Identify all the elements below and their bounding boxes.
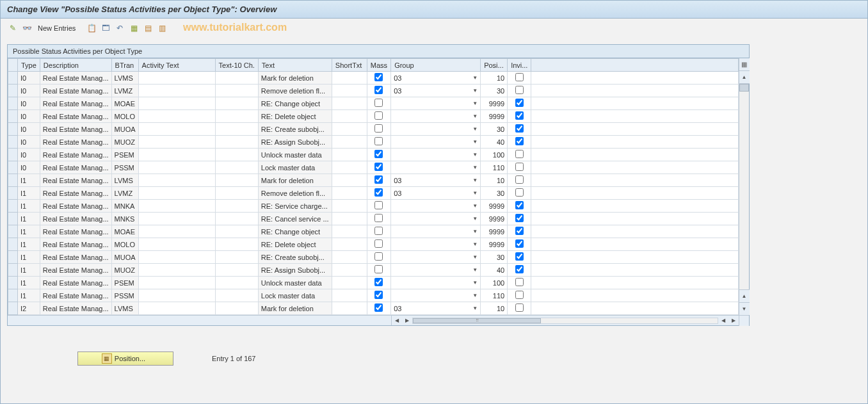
cell-activity-text[interactable]: [138, 213, 215, 225]
cell-group[interactable]: ▼: [391, 97, 481, 110]
mass-checkbox[interactable]: [374, 188, 383, 197]
cell-text10[interactable]: [215, 225, 258, 238]
cell-invi[interactable]: [508, 213, 531, 225]
mass-checkbox[interactable]: [374, 239, 383, 248]
col-header-mass[interactable]: Mass: [367, 59, 390, 72]
cell-posi[interactable]: 10: [481, 302, 508, 315]
cell-text10[interactable]: [215, 302, 258, 315]
cell-invi[interactable]: [508, 200, 531, 213]
row-selector[interactable]: [8, 149, 18, 161]
col-header-shorttxt[interactable]: ShortTxt: [332, 59, 367, 72]
cell-description[interactable]: Real Estate Manag...: [40, 277, 111, 289]
cell-type[interactable]: I0: [18, 85, 40, 97]
cell-btran[interactable]: MNKS: [111, 213, 138, 225]
mass-checkbox[interactable]: [374, 291, 383, 299]
cell-text10[interactable]: [215, 213, 258, 225]
col-header-posi[interactable]: Posi...: [481, 59, 508, 72]
dropdown-arrow-icon[interactable]: ▼: [472, 216, 478, 222]
cell-shorttxt[interactable]: [332, 225, 367, 238]
cell-description[interactable]: Real Estate Manag...: [40, 85, 111, 97]
cell-description[interactable]: Real Estate Manag...: [40, 72, 111, 85]
cell-posi[interactable]: 30: [481, 187, 508, 200]
cell-description[interactable]: Real Estate Manag...: [40, 213, 111, 225]
dropdown-arrow-icon[interactable]: ▼: [472, 165, 478, 170]
dropdown-arrow-icon[interactable]: ▼: [472, 139, 478, 145]
cell-group[interactable]: ▼: [391, 238, 481, 251]
invi-checkbox[interactable]: [515, 111, 524, 120]
cell-text[interactable]: Unlock master data: [258, 149, 332, 161]
row-selector[interactable]: [8, 187, 18, 200]
cell-btran[interactable]: MUOZ: [111, 264, 138, 277]
scroll-down-arrow-icon[interactable]: ▲: [739, 289, 750, 302]
scroll-down-arrow2-icon[interactable]: ▼: [739, 302, 750, 315]
cell-mass[interactable]: [367, 264, 390, 277]
col-header-invi[interactable]: Invi...: [508, 59, 531, 72]
cell-invi[interactable]: [508, 85, 531, 97]
row-selector-header[interactable]: [8, 59, 18, 72]
cell-activity-text[interactable]: [138, 225, 215, 238]
cell-type[interactable]: I1: [18, 225, 40, 238]
row-selector[interactable]: [8, 174, 18, 187]
cell-group[interactable]: ▼: [391, 289, 481, 302]
dropdown-arrow-icon[interactable]: ▼: [472, 113, 478, 119]
mass-checkbox[interactable]: [374, 278, 383, 286]
dropdown-arrow-icon[interactable]: ▼: [472, 280, 478, 286]
cell-activity-text[interactable]: [138, 161, 215, 174]
select-block-icon[interactable]: ▤: [142, 22, 154, 34]
horizontal-scrollbar[interactable]: ◀ ▶ ⠿ ◀ ▶: [8, 315, 749, 325]
cell-shorttxt[interactable]: [332, 123, 367, 136]
cell-group[interactable]: ▼: [391, 136, 481, 149]
cell-description[interactable]: Real Estate Manag...: [40, 302, 111, 315]
row-selector[interactable]: [8, 302, 18, 315]
cell-text10[interactable]: [215, 85, 258, 97]
cell-activity-text[interactable]: [138, 264, 215, 277]
cell-shorttxt[interactable]: [332, 97, 367, 110]
cell-btran[interactable]: MUOA: [111, 251, 138, 264]
invi-checkbox[interactable]: [515, 239, 524, 248]
cell-shorttxt[interactable]: [332, 200, 367, 213]
col-header-description[interactable]: Description: [40, 59, 111, 72]
cell-btran[interactable]: MNKA: [111, 200, 138, 213]
cell-type[interactable]: I1: [18, 264, 40, 277]
cell-mass[interactable]: [367, 97, 390, 110]
invi-checkbox[interactable]: [515, 150, 524, 158]
cell-shorttxt[interactable]: [332, 213, 367, 225]
select-all-icon[interactable]: ▦: [128, 22, 140, 34]
cell-group[interactable]: 03▼: [391, 187, 481, 200]
cell-description[interactable]: Real Estate Manag...: [40, 149, 111, 161]
cell-activity-text[interactable]: [138, 200, 215, 213]
position-button[interactable]: ▦ Position...: [77, 351, 173, 366]
cell-mass[interactable]: [367, 213, 390, 225]
cell-posi[interactable]: 9999: [481, 110, 508, 123]
cell-shorttxt[interactable]: [332, 264, 367, 277]
invi-checkbox[interactable]: [515, 278, 524, 286]
row-selector[interactable]: [8, 85, 18, 97]
cell-text10[interactable]: [215, 136, 258, 149]
cell-text[interactable]: RE: Create subobj...: [258, 123, 332, 136]
glasses-icon[interactable]: 👓: [21, 22, 33, 34]
mass-checkbox[interactable]: [374, 227, 383, 235]
cell-shorttxt[interactable]: [332, 161, 367, 174]
cell-activity-text[interactable]: [138, 136, 215, 149]
cell-group[interactable]: 03▼: [391, 72, 481, 85]
dropdown-arrow-icon[interactable]: ▼: [472, 305, 478, 311]
cell-text[interactable]: RE: Delete object: [258, 110, 332, 123]
dropdown-arrow-icon[interactable]: ▼: [472, 254, 478, 260]
cell-type[interactable]: I0: [18, 149, 40, 161]
cell-invi[interactable]: [508, 264, 531, 277]
col-header-type[interactable]: Type: [18, 59, 40, 72]
mass-checkbox[interactable]: [374, 303, 383, 312]
cell-type[interactable]: I1: [18, 277, 40, 289]
scroll-left-arrow2-icon[interactable]: ▶: [402, 316, 412, 326]
cell-group[interactable]: ▼: [391, 264, 481, 277]
mass-checkbox[interactable]: [374, 124, 383, 133]
row-selector[interactable]: [8, 123, 18, 136]
cell-shorttxt[interactable]: [332, 72, 367, 85]
cell-text10[interactable]: [215, 264, 258, 277]
cell-posi[interactable]: 9999: [481, 213, 508, 225]
cell-btran[interactable]: MOLO: [111, 110, 138, 123]
cell-invi[interactable]: [508, 277, 531, 289]
invi-checkbox[interactable]: [515, 137, 524, 145]
cell-shorttxt[interactable]: [332, 110, 367, 123]
invi-checkbox[interactable]: [515, 188, 524, 197]
